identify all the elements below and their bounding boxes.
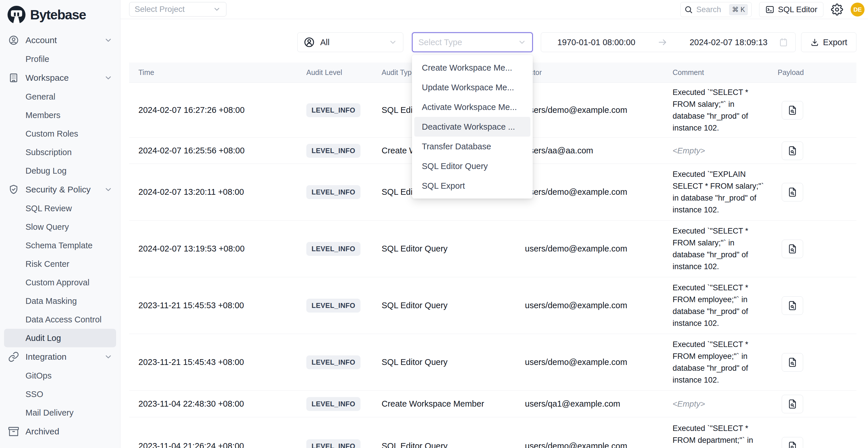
export-button[interactable]: Export <box>801 32 857 52</box>
sidebar-item-label: Subscription <box>26 148 72 157</box>
avatar[interactable]: DE <box>850 3 865 17</box>
sidebar-item-label: Slow Query <box>26 222 69 232</box>
cell-actor: users/aa@aa.com <box>520 146 668 155</box>
table-row: 2023-11-21 15:45:43 +08:00 LEVEL_INFO SQ… <box>129 334 857 391</box>
audit-type-placeholder: Select Type <box>418 38 462 47</box>
sql-editor-button[interactable]: SQL Editor <box>759 2 824 17</box>
cell-comment: Executed `"SELECT * FROM salary;"` in da… <box>668 87 770 134</box>
date-range-picker[interactable]: 1970-01-01 08:00:00 2024-02-07 18:09:13 <box>541 32 796 52</box>
cell-comment: Executed `"SELECT * FROM salary;"` in da… <box>668 225 770 273</box>
project-select[interactable]: Select Project <box>129 2 226 17</box>
sidebar-item-members[interactable]: Members <box>4 106 116 124</box>
payload-view-button[interactable] <box>782 395 803 413</box>
date-from: 1970-01-01 08:00:00 <box>557 38 635 47</box>
cell-actor: users/demo@example.com <box>520 105 668 115</box>
file-search-icon <box>787 357 798 367</box>
menu-item-sql-editor-query[interactable]: SQL Editor Query <box>414 156 530 176</box>
sidebar-item-debug-log[interactable]: Debug Log <box>4 161 116 180</box>
cell-comment-empty: <Empty> <box>673 146 705 155</box>
chevron-down-icon <box>104 36 113 44</box>
payload-view-button[interactable] <box>782 101 803 120</box>
sidebar-item-account[interactable]: Account <box>4 31 116 50</box>
chevron-down-icon <box>104 185 113 194</box>
column-header-comment: Comment <box>668 68 770 77</box>
sidebar-item-audit-log[interactable]: Audit Log <box>4 329 116 347</box>
brand-logo[interactable]: Bytebase <box>0 0 120 27</box>
menu-item-sql-export[interactable]: SQL Export <box>414 176 530 196</box>
brand-name: Bytebase <box>30 7 86 23</box>
table-row: 2024-02-07 13:19:53 +08:00 LEVEL_INFO SQ… <box>129 221 857 277</box>
cell-audit-type: SQL Editor Query <box>376 301 520 310</box>
sidebar-item-label: SQL Review <box>26 204 72 213</box>
audit-level-badge: LEVEL_INFO <box>306 299 361 313</box>
cell-audit-type: SQL Editor Query <box>376 441 520 448</box>
sidebar-item-label: Risk Center <box>26 259 69 269</box>
cell-time: 2023-11-21 15:45:53 +08:00 <box>129 301 301 310</box>
menu-item-update-workspace-member[interactable]: Update Workspace Me... <box>414 77 530 97</box>
sidebar-item-archived[interactable]: Archived <box>4 422 116 441</box>
cell-time: 2024-02-07 16:27:26 +08:00 <box>129 105 301 115</box>
sidebar-item-label: SSO <box>26 389 43 399</box>
sidebar-item-label: Schema Template <box>26 241 93 250</box>
actor-filter-value: All <box>320 38 330 47</box>
sidebar-nav: Account Profile Workspace General Member… <box>0 27 120 441</box>
sidebar-item-integration[interactable]: Integration <box>4 347 116 366</box>
sidebar-item-general[interactable]: General <box>4 87 116 106</box>
gear-icon[interactable] <box>831 3 843 15</box>
cell-comment-empty: <Empty> <box>673 399 705 408</box>
sidebar-item-data-masking[interactable]: Data Masking <box>4 292 116 310</box>
file-search-icon <box>787 300 798 311</box>
topbar: Select Project ⌘ K SQL Editor DE <box>120 0 868 19</box>
search-box[interactable]: ⌘ K <box>680 2 752 17</box>
sidebar-item-label: Account <box>26 35 57 45</box>
payload-view-button[interactable] <box>782 296 803 315</box>
sidebar-item-custom-roles[interactable]: Custom Roles <box>4 124 116 143</box>
audit-level-badge: LEVEL_INFO <box>306 397 361 411</box>
sidebar-item-profile[interactable]: Profile <box>4 50 116 68</box>
sidebar-item-label: Security & Policy <box>26 185 91 194</box>
sidebar-item-label: Workspace <box>26 73 69 83</box>
search-input[interactable] <box>696 5 726 14</box>
sql-editor-label: SQL Editor <box>778 5 817 14</box>
cell-actor: users/qa1@example.com <box>520 399 668 409</box>
sidebar-item-sql-review[interactable]: SQL Review <box>4 199 116 218</box>
user-circle-icon <box>303 36 315 48</box>
cell-comment: Executed `"SELECT * FROM employee;"` in … <box>668 282 770 329</box>
column-header-time: Time <box>129 68 301 77</box>
sidebar-item-mail-delivery[interactable]: Mail Delivery <box>4 404 116 422</box>
audit-level-badge: LEVEL_INFO <box>306 242 361 256</box>
audit-type-dropdown-menu: Create Workspace Me... Update Workspace … <box>412 55 533 198</box>
sidebar-item-label: Audit Log <box>26 333 61 343</box>
sidebar-item-subscription[interactable]: Subscription <box>4 143 116 161</box>
menu-item-create-workspace-member[interactable]: Create Workspace Me... <box>414 58 530 77</box>
cell-actor: users/demo@example.com <box>520 244 668 254</box>
sidebar-item-data-access-control[interactable]: Data Access Control <box>4 310 116 329</box>
menu-item-activate-workspace-member[interactable]: Activate Workspace Me... <box>414 97 530 117</box>
cell-time: 2023-11-04 21:26:24 +08:00 <box>129 441 301 448</box>
sidebar-item-custom-approval[interactable]: Custom Approval <box>4 273 116 292</box>
file-search-icon <box>787 105 798 116</box>
menu-item-deactivate-workspace-member[interactable]: Deactivate Workspace ... <box>414 117 530 137</box>
sidebar-item-risk-center[interactable]: Risk Center <box>4 255 116 273</box>
sidebar-item-slow-query[interactable]: Slow Query <box>4 218 116 236</box>
payload-view-button[interactable] <box>782 141 803 160</box>
project-select-value: Select Project <box>135 5 185 14</box>
sidebar-item-sso[interactable]: SSO <box>4 385 116 404</box>
sidebar-item-schema-template[interactable]: Schema Template <box>4 236 116 255</box>
cell-time: 2023-11-04 22:48:30 +08:00 <box>129 399 301 409</box>
actor-filter-select[interactable]: All <box>297 32 403 52</box>
payload-view-button[interactable] <box>782 183 803 201</box>
cell-audit-type: Create Workspace Member <box>376 399 520 409</box>
menu-item-transfer-database[interactable]: Transfer Database <box>414 137 530 156</box>
audit-type-select[interactable]: Select Type <box>412 32 533 52</box>
sidebar-item-workspace[interactable]: Workspace <box>4 68 116 87</box>
bytebase-logo-icon <box>7 6 26 24</box>
sidebar-item-label: Mail Delivery <box>26 408 73 418</box>
payload-view-button[interactable] <box>782 353 803 372</box>
sidebar-item-gitops[interactable]: GitOps <box>4 366 116 385</box>
payload-view-button[interactable] <box>782 437 803 448</box>
topbar-right: ⌘ K SQL Editor DE <box>680 2 865 17</box>
terminal-icon <box>765 5 774 14</box>
sidebar-item-security-policy[interactable]: Security & Policy <box>4 180 116 199</box>
payload-view-button[interactable] <box>782 239 803 258</box>
